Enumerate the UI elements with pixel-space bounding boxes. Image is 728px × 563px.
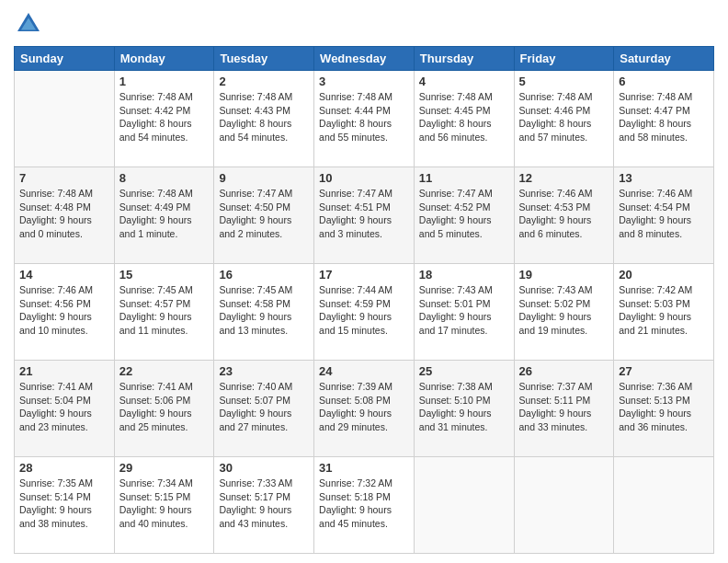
day-cell: 22Sunrise: 7:41 AMSunset: 5:06 PMDayligh… (114, 361, 214, 457)
day-number: 25 (419, 364, 509, 378)
week-row-0: 1Sunrise: 7:48 AMSunset: 4:42 PMDaylight… (15, 71, 714, 167)
day-number: 4 (419, 75, 509, 88)
day-number: 20 (619, 268, 709, 282)
day-cell: 5Sunrise: 7:48 AMSunset: 4:46 PMDaylight… (514, 71, 614, 167)
day-number: 10 (319, 171, 409, 185)
cell-text: Sunrise: 7:47 AMSunset: 4:51 PMDaylight:… (319, 188, 392, 239)
cell-text: Sunrise: 7:38 AMSunset: 5:10 PMDaylight:… (419, 381, 493, 432)
day-cell: 24Sunrise: 7:39 AMSunset: 5:08 PMDayligh… (314, 361, 415, 457)
day-number: 26 (519, 364, 609, 378)
week-row-1: 7Sunrise: 7:48 AMSunset: 4:48 PMDaylight… (15, 167, 714, 264)
day-cell: 25Sunrise: 7:38 AMSunset: 5:10 PMDayligh… (414, 361, 514, 457)
week-row-2: 14Sunrise: 7:46 AMSunset: 4:56 PMDayligh… (15, 264, 714, 361)
cell-text: Sunrise: 7:32 AMSunset: 5:18 PMDaylight:… (319, 477, 392, 529)
weekday-header-sunday: Sunday (15, 47, 115, 71)
cell-text: Sunrise: 7:36 AMSunset: 5:13 PMDaylight:… (619, 381, 692, 432)
weekday-header-thursday: Thursday (414, 47, 514, 71)
day-number: 29 (119, 461, 210, 475)
day-number: 9 (219, 171, 309, 185)
logo-icon (14, 9, 43, 39)
day-number: 3 (319, 75, 409, 88)
day-cell: 27Sunrise: 7:36 AMSunset: 5:13 PMDayligh… (614, 361, 714, 457)
day-number: 14 (19, 268, 109, 282)
day-number: 27 (619, 364, 709, 378)
day-number: 2 (219, 75, 309, 88)
day-cell: 28Sunrise: 7:35 AMSunset: 5:14 PMDayligh… (15, 457, 115, 554)
day-cell: 30Sunrise: 7:33 AMSunset: 5:17 PMDayligh… (214, 457, 314, 554)
day-cell (614, 457, 714, 554)
day-number: 7 (19, 171, 109, 185)
day-cell: 19Sunrise: 7:43 AMSunset: 5:02 PMDayligh… (514, 264, 614, 361)
day-number: 15 (119, 268, 210, 282)
day-cell: 16Sunrise: 7:45 AMSunset: 4:58 PMDayligh… (214, 264, 314, 361)
cell-text: Sunrise: 7:39 AMSunset: 5:08 PMDaylight:… (319, 381, 392, 432)
day-number: 22 (119, 364, 210, 378)
day-cell: 4Sunrise: 7:48 AMSunset: 4:45 PMDaylight… (414, 71, 514, 167)
week-row-3: 21Sunrise: 7:41 AMSunset: 5:04 PMDayligh… (15, 361, 714, 457)
cell-text: Sunrise: 7:48 AMSunset: 4:42 PMDaylight:… (119, 91, 193, 143)
cell-text: Sunrise: 7:40 AMSunset: 5:07 PMDaylight:… (219, 381, 292, 432)
day-number: 30 (219, 461, 309, 475)
day-cell (15, 71, 115, 167)
day-number: 6 (619, 75, 709, 88)
cell-text: Sunrise: 7:48 AMSunset: 4:44 PMDaylight:… (319, 91, 392, 143)
day-number: 16 (219, 268, 309, 282)
calendar-container: SundayMondayTuesdayWednesdayThursdayFrid… (0, 0, 728, 563)
day-cell: 23Sunrise: 7:40 AMSunset: 5:07 PMDayligh… (214, 361, 314, 457)
cell-text: Sunrise: 7:48 AMSunset: 4:46 PMDaylight:… (519, 91, 593, 143)
day-cell: 15Sunrise: 7:45 AMSunset: 4:57 PMDayligh… (114, 264, 214, 361)
cell-text: Sunrise: 7:42 AMSunset: 5:03 PMDaylight:… (619, 284, 692, 336)
day-cell: 17Sunrise: 7:44 AMSunset: 4:59 PMDayligh… (314, 264, 415, 361)
week-row-4: 28Sunrise: 7:35 AMSunset: 5:14 PMDayligh… (15, 457, 714, 554)
day-number: 8 (119, 171, 210, 185)
weekday-header-tuesday: Tuesday (214, 47, 314, 71)
weekday-header-friday: Friday (514, 47, 614, 71)
day-number: 21 (19, 364, 109, 378)
weekday-header-row: SundayMondayTuesdayWednesdayThursdayFrid… (15, 47, 714, 71)
day-number: 5 (519, 75, 609, 88)
cell-text: Sunrise: 7:45 AMSunset: 4:58 PMDaylight:… (219, 284, 292, 336)
day-cell: 10Sunrise: 7:47 AMSunset: 4:51 PMDayligh… (314, 167, 415, 264)
cell-text: Sunrise: 7:33 AMSunset: 5:17 PMDaylight:… (219, 477, 292, 529)
cell-text: Sunrise: 7:41 AMSunset: 5:04 PMDaylight:… (19, 381, 93, 432)
logo (14, 9, 47, 39)
day-cell: 13Sunrise: 7:46 AMSunset: 4:54 PMDayligh… (614, 167, 714, 264)
cell-text: Sunrise: 7:43 AMSunset: 5:01 PMDaylight:… (419, 284, 493, 336)
cell-text: Sunrise: 7:48 AMSunset: 4:49 PMDaylight:… (119, 188, 193, 239)
weekday-header-wednesday: Wednesday (314, 47, 415, 71)
cell-text: Sunrise: 7:45 AMSunset: 4:57 PMDaylight:… (119, 284, 193, 336)
cell-text: Sunrise: 7:37 AMSunset: 5:11 PMDaylight:… (519, 381, 593, 432)
day-cell: 11Sunrise: 7:47 AMSunset: 4:52 PMDayligh… (414, 167, 514, 264)
day-number: 28 (19, 461, 109, 475)
day-cell: 12Sunrise: 7:46 AMSunset: 4:53 PMDayligh… (514, 167, 614, 264)
day-number: 19 (519, 268, 609, 282)
weekday-header-saturday: Saturday (614, 47, 714, 71)
day-cell: 14Sunrise: 7:46 AMSunset: 4:56 PMDayligh… (15, 264, 115, 361)
cell-text: Sunrise: 7:48 AMSunset: 4:43 PMDaylight:… (219, 91, 292, 143)
day-cell: 3Sunrise: 7:48 AMSunset: 4:44 PMDaylight… (314, 71, 415, 167)
day-cell: 31Sunrise: 7:32 AMSunset: 5:18 PMDayligh… (314, 457, 415, 554)
day-cell: 21Sunrise: 7:41 AMSunset: 5:04 PMDayligh… (15, 361, 115, 457)
day-number: 17 (319, 268, 409, 282)
weekday-header-monday: Monday (114, 47, 214, 71)
cell-text: Sunrise: 7:43 AMSunset: 5:02 PMDaylight:… (519, 284, 593, 336)
cell-text: Sunrise: 7:35 AMSunset: 5:14 PMDaylight:… (19, 477, 93, 529)
cell-text: Sunrise: 7:46 AMSunset: 4:54 PMDaylight:… (619, 188, 692, 239)
day-cell: 7Sunrise: 7:48 AMSunset: 4:48 PMDaylight… (15, 167, 115, 264)
cell-text: Sunrise: 7:48 AMSunset: 4:45 PMDaylight:… (419, 91, 493, 143)
cell-text: Sunrise: 7:34 AMSunset: 5:15 PMDaylight:… (119, 477, 193, 529)
day-number: 31 (319, 461, 409, 475)
day-cell (414, 457, 514, 554)
day-cell: 8Sunrise: 7:48 AMSunset: 4:49 PMDaylight… (114, 167, 214, 264)
day-number: 23 (219, 364, 309, 378)
day-cell: 26Sunrise: 7:37 AMSunset: 5:11 PMDayligh… (514, 361, 614, 457)
day-cell: 29Sunrise: 7:34 AMSunset: 5:15 PMDayligh… (114, 457, 214, 554)
day-cell: 20Sunrise: 7:42 AMSunset: 5:03 PMDayligh… (614, 264, 714, 361)
day-cell: 1Sunrise: 7:48 AMSunset: 4:42 PMDaylight… (114, 71, 214, 167)
cell-text: Sunrise: 7:47 AMSunset: 4:52 PMDaylight:… (419, 188, 493, 239)
day-number: 11 (419, 171, 509, 185)
day-number: 18 (419, 268, 509, 282)
header (14, 9, 714, 39)
day-number: 1 (119, 75, 210, 88)
day-cell: 6Sunrise: 7:48 AMSunset: 4:47 PMDaylight… (614, 71, 714, 167)
